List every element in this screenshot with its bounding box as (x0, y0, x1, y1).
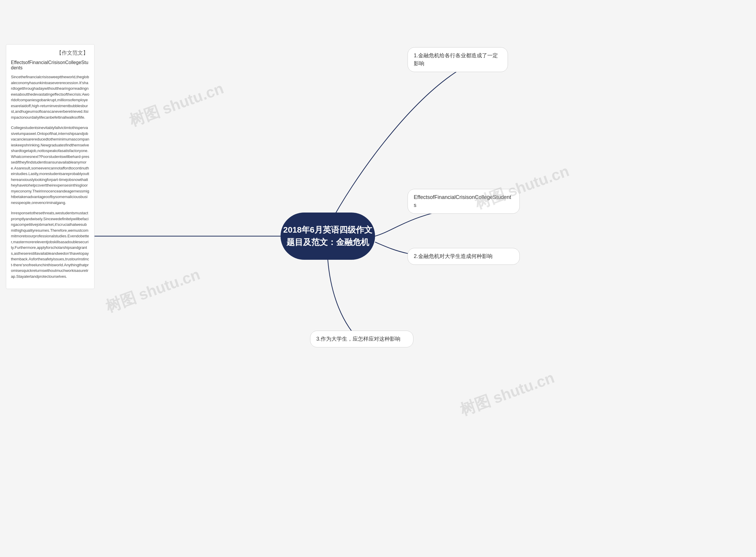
bubble-right1: EffectsofFinancialCrisisonCollegeStudent… (408, 189, 520, 214)
left-panel: 【作文范文】 EffectsofFinancialCrisisonCollege… (6, 44, 94, 289)
central-line1: 2018年6月英语四级作文 (283, 224, 372, 236)
bubble-bottom-mid: 3.作为大学生，应怎样应对这种影响 (310, 331, 414, 347)
left-panel-title: 【作文范文】 (11, 49, 89, 56)
central-line2: 题目及范文：金融危机 (283, 236, 372, 248)
watermark-1: 树图 shutu.cn (127, 78, 226, 131)
central-node: 2018年6月英语四级作文 题目及范文：金融危机 (281, 212, 375, 260)
bubble-bottom-mid-text: 3.作为大学生，应怎样应对这种影响 (316, 336, 400, 342)
bubble-top-right-text: 1.金融危机给各行各业都造成了一定影响 (414, 53, 498, 66)
bubble-right2: 2.金融危机对大学生造成何种影响 (408, 248, 520, 265)
left-panel-para3: Inresponsetothesethreats,westudentsmusta… (11, 210, 89, 279)
left-panel-para2: Collegestudentsinevitablyfallvictimtothi… (11, 125, 89, 205)
connecting-lines (0, 0, 756, 557)
watermark-4: 树图 shutu.cn (457, 368, 557, 421)
bubble-top-right: 1.金融危机给各行各业都造成了一定影响 (408, 47, 508, 72)
watermark-3: 树图 shutu.cn (103, 264, 203, 317)
bubble-right1-text: EffectsofFinancialCrisisonCollegeStudent… (414, 194, 511, 208)
bubble-right2-text: 2.金融危机对大学生造成何种影响 (414, 253, 493, 259)
left-panel-para1: Sincethefinancialcrisissweepttheworld,th… (11, 74, 89, 120)
left-panel-subtitle: EffectsofFinancialCrisisonCollegeStudent… (11, 60, 89, 70)
